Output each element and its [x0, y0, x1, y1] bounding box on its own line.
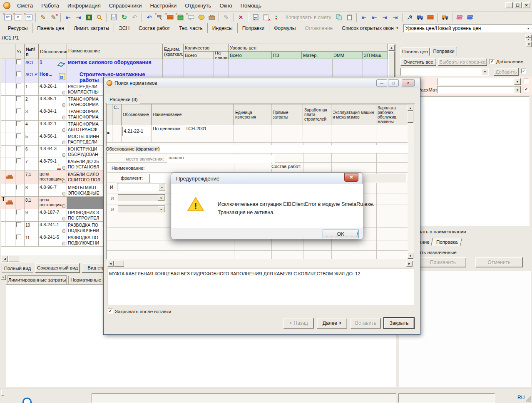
material-box-icon[interactable] — [206, 12, 217, 22]
rates-tab[interactable]: Расценки (8) — [107, 95, 140, 104]
scroll-up-button[interactable]: ▲ — [388, 45, 395, 51]
refresh-icon[interactable]: ↻ — [119, 12, 129, 22]
approve-checkbox[interactable] — [16, 109, 21, 114]
add-material-icon[interactable]: * — [165, 12, 175, 22]
tab-teh-chast[interactable]: Тех. часть — [174, 23, 207, 33]
back-button[interactable]: < Назад — [283, 318, 314, 329]
header-level[interactable]: Уровень цен — [229, 44, 388, 52]
excel-export-icon[interactable]: X — [84, 12, 94, 22]
tab-sostav-rabot[interactable]: Состав работ — [134, 23, 174, 33]
tab-esn[interactable]: ЭСН — [114, 23, 134, 33]
open-windows-dropdown[interactable]: Список открытых окон▼ — [337, 23, 403, 33]
insert-button[interactable]: Вставить — [351, 318, 381, 329]
approve-checkbox[interactable] — [16, 96, 21, 101]
spin-up-button[interactable]: ▲ — [525, 35, 532, 38]
materials-catalog-icon[interactable] — [425, 12, 436, 22]
menu-nastroiki[interactable]: Настройки — [146, 0, 181, 11]
col-c[interactable]: С.. — [112, 104, 122, 125]
undo-icon[interactable]: ↶ — [129, 12, 140, 22]
dialog-title-bar[interactable]: Поиск нормативов — [105, 79, 419, 88]
delivery-catalog-icon[interactable] — [440, 12, 450, 22]
and-combobox-1[interactable]: ▼ — [117, 183, 166, 191]
menu-otdohnut[interactable]: Отдохнуть — [181, 0, 215, 11]
price-level-combobox[interactable]: Уровень цен/Новый уровень цен▼ — [403, 24, 532, 32]
approve-checkbox[interactable] — [16, 185, 21, 190]
header-lv-zpm[interactable]: ЗП Маш. — [363, 52, 388, 59]
tab-resursy[interactable]: Ресурсы — [3, 23, 32, 33]
and-combobox-2[interactable]: ▼ — [118, 194, 165, 202]
add-button[interactable]: Добавить — [494, 68, 519, 76]
tab-limit-zatraty[interactable]: Лимит. затраты — [69, 23, 114, 33]
apply-button[interactable]: Применить — [420, 257, 466, 267]
books-pink-icon[interactable] — [455, 12, 465, 22]
correction-row1-combobox[interactable]: ▼ — [437, 78, 521, 85]
menu-informacia[interactable]: Информация — [63, 0, 105, 11]
new-ls-button[interactable]: *ЛС — [2, 12, 13, 22]
menu-rabota[interactable]: Работа — [37, 0, 63, 11]
indent-last-icon[interactable]: ⇥ — [390, 12, 400, 22]
scroll-thumb[interactable] — [114, 261, 124, 267]
scroll-left-button[interactable]: ◀ — [2, 256, 8, 262]
window-minimize-button[interactable]: _ — [505, 2, 513, 8]
tree-level-icon[interactable]: ⇤ — [63, 12, 73, 22]
scroll-thumb[interactable] — [388, 51, 395, 80]
language-indicator[interactable]: RU — [517, 395, 525, 401]
header-qty[interactable]: Количество — [184, 44, 229, 52]
adding-checkbox[interactable] — [490, 59, 495, 64]
add-comment-icon[interactable]: * — [186, 12, 196, 22]
dialog-close-button[interactable]: ✕ — [402, 79, 415, 87]
view-tab-short[interactable]: Сокращенный вид — [35, 263, 80, 273]
cancel-button[interactable]: Отменить — [475, 257, 523, 267]
correction-tab[interactable]: Поправка — [432, 238, 462, 246]
and-combobox-3[interactable]: ▼ — [118, 205, 165, 213]
col-direct-costs[interactable]: Прямые затраты — [271, 104, 303, 125]
col-name[interactable]: Наименование — [152, 104, 234, 125]
justification-cell[interactable]: 4.21-22-1 — [122, 125, 152, 143]
approve-checkbox[interactable] — [16, 158, 21, 163]
approve-checkbox[interactable] — [16, 222, 21, 227]
delete-table-icon[interactable]: ✎× — [48, 12, 59, 22]
dialog-vertical-scrollbar[interactable]: ▲ ▼ — [408, 104, 414, 259]
delete-row-icon[interactable]: × — [236, 12, 246, 22]
scroll-right-button[interactable]: ▶ — [406, 261, 413, 267]
correction-row2-checkbox[interactable] — [524, 87, 529, 92]
ok-button[interactable]: OK — [323, 230, 359, 238]
tree-insert-icon[interactable]: ⇥ — [73, 12, 84, 22]
window-close-button[interactable]: ✕ — [522, 2, 530, 8]
calculator-icon[interactable] — [250, 12, 261, 22]
bottom-pane-close-button[interactable]: ✕ — [1, 275, 6, 280]
header-num[interactable]: №п/п — [25, 44, 39, 59]
header-name[interactable]: Наименование — [67, 44, 163, 59]
correction-row1-checkbox[interactable] — [524, 79, 529, 84]
edit-note-icon[interactable]: ✎ — [221, 12, 231, 22]
scroll-down-button[interactable]: ▼ — [408, 253, 413, 259]
scroll-thumb[interactable] — [8, 256, 19, 262]
header-ut[interactable]: Ут — [15, 44, 25, 59]
add-doc-icon[interactable]: × — [261, 12, 271, 22]
header-lv-pz[interactable]: ПЗ — [272, 52, 302, 59]
correction-row2-combobox[interactable]: ▼ — [437, 86, 521, 94]
dialog-horizontal-scrollbar[interactable]: ◀ ▶ — [107, 260, 413, 267]
window-restore-button[interactable]: ❐ — [514, 2, 522, 8]
approve-checkbox[interactable] — [16, 210, 21, 215]
dialog-minimize-button[interactable]: — — [376, 79, 387, 87]
books-blue-icon[interactable] — [465, 12, 475, 22]
menu-smeta[interactable]: Смета — [13, 0, 37, 11]
header-lv-total[interactable]: Всего — [229, 52, 272, 59]
search-icon[interactable] — [94, 12, 104, 22]
works-catalog-icon[interactable]: ☭ — [405, 12, 415, 22]
tab-popravki[interactable]: Поправки — [238, 23, 269, 33]
close-after-insert-checkbox[interactable] — [108, 309, 113, 314]
correction-combobox[interactable]: ▼ — [400, 68, 489, 76]
header-lv-emm[interactable]: ЭММ — [332, 52, 363, 59]
right-tab-price-panel[interactable]: Панель цен — [400, 47, 430, 56]
col-operators-wage[interactable]: Зарплата рабочих, обслужив. машины — [376, 104, 408, 125]
result-description-box[interactable]: МУФТА КАБЕЛЬНАЯ КОНЦЕВАЯ БЕЗ ГИДРОФОБНОГ… — [107, 269, 414, 305]
clear-all-button[interactable]: Очистить все — [400, 58, 436, 66]
new-r-button[interactable]: *Р — [13, 12, 23, 22]
next-button[interactable]: Далее > — [317, 318, 347, 329]
approve-checkbox[interactable] — [16, 134, 21, 138]
resize-grip-icon[interactable] — [526, 396, 531, 402]
outdent-icon[interactable]: ⇤ — [369, 12, 380, 22]
bottom-tab-limited-costs[interactable]: Лимитированные затраты — [7, 275, 67, 284]
